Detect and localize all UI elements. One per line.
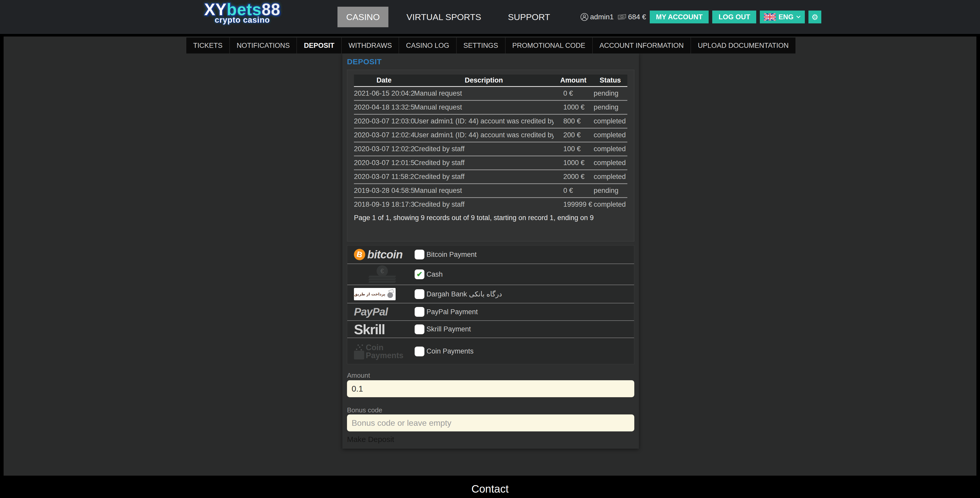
amount-input[interactable] [347, 380, 634, 397]
payment-label: Cash [426, 270, 443, 278]
skrill-checkbox[interactable]: ✔ [415, 324, 425, 334]
subnav-item-deposit[interactable]: DEPOSIT [297, 38, 341, 54]
table-row: 2019-03-28 04:58:57 Manual request 0 € p… [354, 184, 627, 197]
subnav-item-promotional-code[interactable]: PROMOTIONAL CODE [505, 38, 592, 54]
table-header-row: Date Description Amount Status [354, 75, 627, 86]
cell-amount: 2000 € [554, 170, 593, 184]
payment-row-skrill: Skrill ✔ Skrill Payment [347, 320, 634, 338]
euro-coin-icon: € [377, 265, 388, 277]
cell-status: completed [593, 142, 627, 156]
column-header-description: Description [414, 75, 554, 86]
skrill-logo: Skrill [354, 321, 415, 337]
bonus-code-input[interactable] [347, 414, 634, 431]
subnav-item-tickets[interactable]: TICKETS [186, 38, 229, 54]
table-row: 2020-03-07 11:58:22 Credited by staff 20… [354, 170, 627, 184]
cell-date: 2020-03-07 12:02:40 [354, 128, 414, 142]
column-header-amount: Amount [554, 75, 593, 86]
my-account-button[interactable]: MY ACCOUNT [650, 11, 709, 24]
cell-description: Credited by staff [414, 170, 554, 184]
table-row: 2020-03-07 12:01:55 Credited by staff 10… [354, 156, 627, 170]
cell-amount: 0 € [554, 86, 593, 100]
bitcoin-coin-icon: B [353, 248, 366, 261]
payment-label: PayPal Payment [426, 308, 478, 316]
header: XYbets88 crypto casino CASINO VIRTUAL SP… [0, 0, 980, 34]
table-row: 2020-03-07 12:03:07 User admin1 (ID: 44)… [354, 114, 627, 128]
banknote-icon [617, 14, 627, 20]
coin-payments-checkbox[interactable]: ✔ [415, 347, 425, 356]
dargah-bank-logo: پرداخت از طریق درگاه بانکی [354, 288, 415, 300]
deposit-panel: DEPOSIT Date Description Amount Status 2… [342, 53, 639, 449]
language-selector[interactable]: ENG [760, 11, 805, 24]
make-deposit-button[interactable]: Make Deposit [347, 435, 394, 444]
cell-amount: 100 € [554, 142, 593, 156]
cell-status: completed [593, 114, 627, 128]
table-row: 2021-06-15 20:04:26 Manual request 0 € p… [354, 86, 627, 100]
subnav-item-account-information[interactable]: ACCOUNT INFORMATION [592, 38, 691, 54]
payment-row-cash: € ✔ Cash [347, 263, 634, 285]
cell-description: User admin1 (ID: 44) account was credite… [414, 114, 554, 128]
dargah-bank-checkbox[interactable]: ✔ [415, 289, 425, 299]
subnav-item-upload-documentation[interactable]: UPLOAD DOCUMENTATION [690, 38, 796, 54]
payment-methods: B bitcoin ✔ Bitcoin Payment € ✔ Cash [347, 245, 634, 364]
username: admin1 [590, 13, 614, 21]
bitcoin-checkbox[interactable]: ✔ [415, 250, 425, 259]
balance: 684 € [617, 13, 646, 21]
table-row: 2018-09-19 18:17:39 Credited by staff 19… [354, 197, 627, 211]
column-header-date: Date [354, 75, 414, 86]
bonus-code-label: Bonus code [347, 406, 382, 414]
cell-description: Credited by staff [414, 156, 554, 170]
brand-logo[interactable]: XYbets88 crypto casino [191, 1, 294, 25]
cell-description: Credited by staff [414, 197, 554, 211]
wallet-icon [354, 351, 364, 359]
column-header-status: Status [593, 75, 627, 86]
cell-status: pending [593, 100, 627, 114]
payment-label: Skrill Payment [426, 325, 471, 333]
log-out-button[interactable]: LOG OUT [712, 11, 756, 24]
nav-item-virtual-sports[interactable]: VIRTUAL SPORTS [398, 7, 490, 27]
cell-description: Manual request [414, 86, 554, 100]
user-info: admin1 [580, 13, 614, 21]
subnav-item-withdraws[interactable]: WITHDRAWS [341, 38, 399, 54]
chevron-down-icon [796, 16, 801, 19]
cash-checkbox[interactable]: ✔ [415, 270, 425, 279]
cell-amount: 1000 € [554, 156, 593, 170]
cell-status: completed [593, 156, 627, 170]
payment-label: Bitcoin Payment [426, 251, 477, 259]
cash-logo: € [354, 265, 415, 284]
table-row: 2020-03-07 12:02:40 User admin1 (ID: 44)… [354, 128, 627, 142]
cell-date: 2019-03-28 04:58:57 [354, 184, 414, 197]
check-icon: ✔ [417, 271, 422, 278]
cell-date: 2018-09-19 18:17:39 [354, 197, 414, 211]
user-icon [580, 13, 589, 21]
subnav-item-casino-log[interactable]: CASINO LOG [399, 38, 456, 54]
nav-item-casino[interactable]: CASINO [337, 7, 388, 27]
cell-description: Manual request [414, 100, 554, 114]
payment-row-dargah-bank: پرداخت از طریق درگاه بانکی ✔ Dargah Bank… [347, 285, 634, 303]
cell-status: pending [593, 184, 627, 197]
subnav-item-notifications[interactable]: NOTIFICATIONS [229, 38, 297, 54]
cell-amount: 0 € [554, 184, 593, 197]
settings-button[interactable]: ⚙ [808, 11, 821, 24]
page-title: DEPOSIT [347, 57, 382, 66]
cell-date: 2020-03-07 12:02:22 [354, 142, 414, 156]
cell-amount: 199999 € [554, 197, 593, 211]
nav-item-support[interactable]: SUPPORT [499, 7, 559, 27]
cell-status: completed [593, 197, 627, 211]
subnav-item-settings[interactable]: SETTINGS [456, 38, 505, 54]
cell-status: pending [593, 86, 627, 100]
dargah-figure-icon [387, 290, 394, 298]
payment-row-paypal: PayPal ✔ PayPal Payment [347, 303, 634, 320]
paypal-logo: PayPal [354, 306, 415, 318]
cell-status: completed [593, 170, 627, 184]
paypal-checkbox[interactable]: ✔ [415, 307, 425, 317]
cell-description: Credited by staff [414, 142, 554, 156]
cell-amount: 1000 € [554, 100, 593, 114]
gear-icon: ⚙ [811, 13, 818, 22]
footer: Contact [0, 476, 980, 498]
language-label: ENG [778, 13, 794, 21]
cell-date: 2020-03-07 12:03:07 [354, 114, 414, 128]
payment-row-bitcoin: B bitcoin ✔ Bitcoin Payment [347, 246, 634, 263]
balance-value: 684 € [628, 13, 646, 21]
deposit-history-table: Date Description Amount Status 2021-06-1… [354, 75, 627, 211]
uk-flag-icon [764, 13, 776, 21]
